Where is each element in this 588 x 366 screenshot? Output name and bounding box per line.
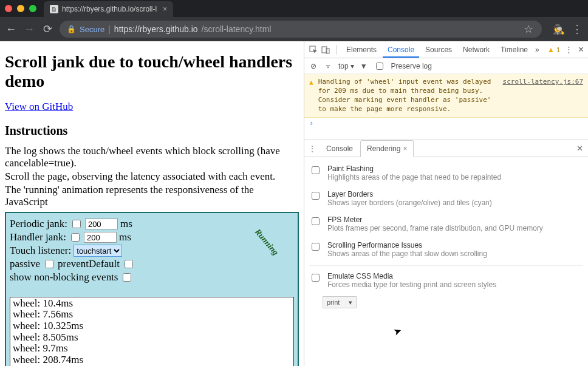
handler-jank-checkbox[interactable] xyxy=(71,233,80,242)
preventdefault-label: preventDefault xyxy=(58,258,120,270)
bookmark-star-icon[interactable]: ☆ xyxy=(522,23,535,35)
instructions-p2: Scroll the page, observing the latency a… xyxy=(5,171,299,183)
drawer-tab-console[interactable]: Console xyxy=(320,141,359,157)
warnings-count: 1 xyxy=(556,46,560,53)
github-link[interactable]: View on GitHub xyxy=(5,101,73,112)
show-nonblocking-checkbox[interactable] xyxy=(123,273,131,282)
tab-timeline[interactable]: Timeline xyxy=(496,42,533,58)
nav-back-icon[interactable]: ← xyxy=(5,23,17,35)
paint-flashing-title: Paint Flashing xyxy=(327,164,374,173)
scrolling-issues-sub: Shows areas of the page that slow down s… xyxy=(327,249,487,258)
window-close-dot[interactable] xyxy=(5,5,12,12)
secure-label: Secure xyxy=(80,25,104,34)
url-host: https://rbyers.github.io xyxy=(114,24,198,34)
warning-triangle-icon: ▲ xyxy=(309,78,313,114)
lock-icon: 🔒 xyxy=(67,25,76,33)
tab-network[interactable]: Network xyxy=(458,42,494,58)
fps-meter-title: FPS Meter xyxy=(327,215,362,224)
log-line: wheel: 10.325ms xyxy=(13,320,291,332)
address-bar[interactable]: 🔒 Secure | https://rbyers.github.io/scro… xyxy=(60,21,542,38)
emulate-css-media-title: Emulate CSS Media xyxy=(327,272,393,280)
devtools-menu-icon[interactable]: ⋮ xyxy=(565,45,573,54)
layer-borders-checkbox[interactable] xyxy=(312,192,320,200)
passive-label: passive xyxy=(10,258,40,270)
instructions-p3: The 'running' animation represents the r… xyxy=(5,184,299,208)
level-filter-icon[interactable]: ▼ xyxy=(360,62,368,70)
emulate-css-media-sub: Forces media type for testing print and … xyxy=(327,280,496,289)
incognito-icon: 🕵 xyxy=(553,24,565,35)
nav-forward-icon: → xyxy=(23,23,35,35)
paint-flashing-sub: Highlights areas of the page that need t… xyxy=(327,173,501,181)
log-line: wheel: 208.74ms xyxy=(13,354,291,366)
tab-close-icon[interactable]: × xyxy=(163,5,167,13)
warnings-badge[interactable]: ▲ 1 xyxy=(547,46,560,54)
console-warning-source[interactable]: scroll-latency.js:67 xyxy=(503,78,583,114)
event-log[interactable]: wheel: 10.4ms wheel: 7.56ms wheel: 10.32… xyxy=(10,297,294,366)
context-label: top xyxy=(338,62,349,70)
instructions-p1: The log shows the touch/wheel events whi… xyxy=(5,145,299,169)
filter-icon[interactable]: ▿ xyxy=(324,62,332,70)
reload-icon[interactable]: ⟳ xyxy=(41,23,53,35)
instructions-heading: Instructions xyxy=(5,124,299,138)
fps-meter-checkbox[interactable] xyxy=(312,217,320,225)
emulate-css-media-checkbox[interactable] xyxy=(312,274,320,282)
layer-borders-sub: Shows layer borders (orange/olive) and t… xyxy=(327,198,492,207)
paint-flashing-checkbox[interactable] xyxy=(312,166,320,174)
layer-borders-title: Layer Borders xyxy=(327,190,373,198)
css-media-select[interactable]: print ▾ xyxy=(323,296,357,308)
log-line: wheel: 7.56ms xyxy=(13,309,291,320)
tab-console[interactable]: Console xyxy=(383,42,419,58)
page-viewport: Scroll jank due to touch/wheel handlers … xyxy=(0,41,304,366)
handler-jank-input[interactable] xyxy=(84,232,117,243)
chevron-down-icon: ▾ xyxy=(349,299,352,307)
console-warning-row: ▲ Handling of 'wheel' input event was de… xyxy=(304,74,588,118)
css-media-value: print xyxy=(327,299,340,306)
preventdefault-checkbox[interactable] xyxy=(125,260,133,268)
tab-sources[interactable]: Sources xyxy=(420,42,457,58)
show-nonblocking-label: show non-blocking events xyxy=(10,271,118,283)
console-prompt[interactable]: › xyxy=(304,118,588,129)
tab-favicon-icon: 🗎 xyxy=(50,5,58,13)
drawer-menu-icon[interactable]: ⋮ xyxy=(308,144,316,154)
drawer-tab-close-icon[interactable]: × xyxy=(403,144,407,153)
chevron-down-icon: ▾ xyxy=(350,62,354,70)
url-path: /scroll-latency.html xyxy=(202,24,272,34)
periodic-jank-checkbox[interactable] xyxy=(72,220,81,228)
periodic-jank-input[interactable] xyxy=(85,219,118,229)
touch-listener-label: Touch listener: xyxy=(10,245,71,257)
window-max-dot[interactable] xyxy=(29,5,36,12)
page-title: Scroll jank due to touch/wheel handlers … xyxy=(5,52,299,91)
scrolling-issues-checkbox[interactable] xyxy=(312,243,320,251)
log-line: wheel: 9.7ms xyxy=(13,343,291,354)
devtools-panel: Elements Console Sources Network Timelin… xyxy=(304,41,588,366)
handler-jank-label: Handler jank: xyxy=(10,231,66,243)
tabs-overflow-icon[interactable]: » xyxy=(535,46,539,54)
window-min-dot[interactable] xyxy=(17,5,24,12)
log-line: wheel: 10.4ms xyxy=(13,298,291,310)
demo-panel: Periodic jank: ms Handler jank: ms Touch… xyxy=(5,212,299,366)
device-toolbar-icon[interactable] xyxy=(320,44,331,55)
drawer-close-icon[interactable]: ✕ xyxy=(576,144,583,153)
passive-checkbox[interactable] xyxy=(45,260,53,268)
context-selector[interactable]: top ▾ xyxy=(338,62,354,70)
fps-meter-sub: Plots frames per second, frame rate dist… xyxy=(327,224,543,232)
preserve-log-label: Preserve log xyxy=(391,62,432,70)
periodic-jank-label: Periodic jank: xyxy=(10,218,67,230)
scrolling-issues-title: Scrolling Performance Issues xyxy=(327,241,422,249)
log-line: wheel: 8.505ms xyxy=(13,332,291,344)
console-warning-text: Handling of 'wheel' input event was dela… xyxy=(318,78,498,114)
drawer-tab-rendering[interactable]: Rendering × xyxy=(360,140,414,157)
devtools-close-icon[interactable]: ✕ xyxy=(578,45,584,54)
inspect-element-icon[interactable] xyxy=(308,44,319,55)
warning-icon: ▲ xyxy=(547,46,555,54)
preserve-log-checkbox[interactable] xyxy=(376,63,383,70)
clear-console-icon[interactable]: ⊘ xyxy=(309,62,318,70)
tab-elements[interactable]: Elements xyxy=(341,42,381,58)
periodic-jank-unit: ms xyxy=(120,218,132,230)
browser-menu-icon[interactable]: ⋮ xyxy=(571,23,583,35)
handler-jank-unit: ms xyxy=(119,231,131,243)
tab-title: https://rbyers.github.io/scroll-l xyxy=(62,5,157,13)
browser-tab[interactable]: 🗎 https://rbyers.github.io/scroll-l × xyxy=(44,1,173,17)
touch-listener-select[interactable]: touchstart xyxy=(74,245,122,257)
